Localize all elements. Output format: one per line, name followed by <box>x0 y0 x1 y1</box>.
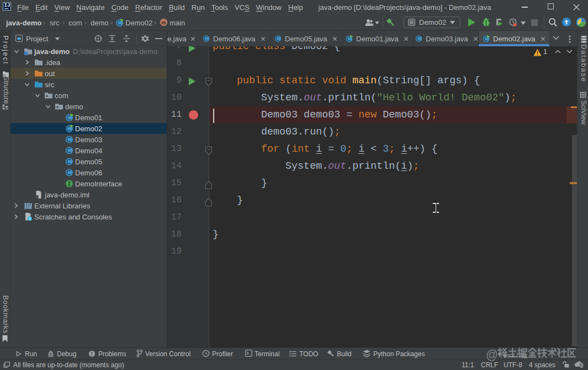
svg-text:@: @ <box>486 347 498 362</box>
svg-text:m: m <box>161 20 166 25</box>
